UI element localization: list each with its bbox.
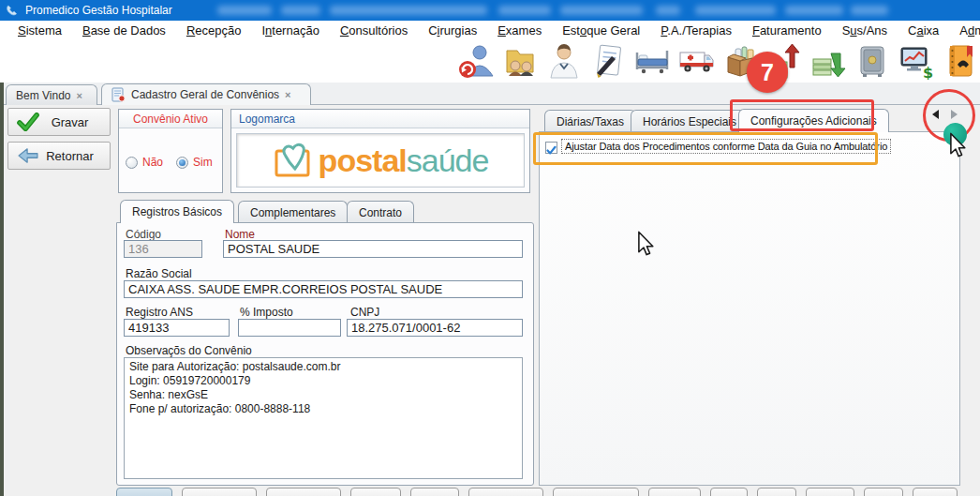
click-indicator-dot	[943, 123, 967, 146]
left-edge-strip	[0, 83, 4, 496]
menu-item-administra-o[interactable]: Administração	[949, 23, 980, 38]
redacted-text-blob	[695, 6, 776, 15]
document-tab-strip: Bem Vindo × Cadastro Geral de Convênios …	[0, 83, 980, 105]
redacted-text-blob	[217, 6, 272, 15]
tab-close-icon[interactable]: ×	[285, 89, 290, 100]
menu-item-caixa[interactable]: Caixa	[898, 23, 949, 38]
window-title: Promedico Gestão Hospitalar	[25, 4, 172, 17]
observacoes-field[interactable]: Site para Autorização: postalsaude.com.b…	[124, 357, 523, 479]
radio-nao-label: Não	[142, 156, 163, 169]
bottom-tab-stub[interactable]	[182, 488, 257, 496]
back-arrow-icon	[17, 147, 39, 164]
radio-sim-label: Sim	[193, 156, 213, 169]
razao-social-field[interactable]	[124, 280, 523, 298]
configuracoes-adicionais-panel	[539, 131, 960, 486]
tab-scroll-right-icon[interactable]	[951, 110, 958, 119]
radio-nao[interactable]: Não	[126, 156, 163, 169]
toolbar: $	[0, 39, 980, 83]
menu-item-sistema[interactable]: Sistema	[7, 23, 72, 38]
tab-complementares-label: Complementares	[250, 206, 335, 219]
bottom-tab-stub[interactable]	[648, 488, 701, 496]
return-button[interactable]: Retornar	[7, 142, 111, 170]
tab-configuracoes-adicionais[interactable]: Configurações Adicionais	[738, 109, 889, 132]
razao-social-label: Razão Social	[126, 267, 192, 280]
tab-close-icon[interactable]: ×	[76, 90, 82, 101]
menu-item-exames[interactable]: Exames	[487, 23, 552, 38]
observacoes-label: Observaçõs do Convênio	[126, 344, 252, 357]
ajustar-data-checkbox-label[interactable]: Ajustar Data dos Procedimentos conforme …	[561, 139, 891, 154]
save-button[interactable]: Gravar	[7, 108, 111, 136]
menu-item-recep-o[interactable]: Recepção	[176, 23, 252, 38]
registro-ans-field[interactable]	[124, 319, 230, 337]
menu-item-sus-ans[interactable]: Sus/Ans	[832, 23, 898, 38]
menu-item-base-de-dados[interactable]: Base de Dados	[72, 23, 176, 38]
tab-cadastro-label: Cadastro Geral de Convênios	[131, 88, 279, 101]
tab-configuracoes-adicionais-label: Configurações Adicionais	[750, 114, 877, 128]
bottom-tab-stub[interactable]	[410, 488, 459, 496]
tab-diarias-taxas[interactable]: Diárias/Taxas	[544, 110, 636, 132]
logo-word-saude: saúde	[407, 144, 489, 176]
menu-item-interna-o[interactable]: Internação	[251, 23, 329, 38]
app-phone-icon	[6, 4, 20, 18]
menu-item-faturamento[interactable]: Faturamento	[742, 23, 832, 38]
logo-image: postal saúde	[236, 133, 525, 188]
bottom-tab-stub[interactable]	[553, 488, 639, 496]
codigo-label: Código	[126, 228, 161, 241]
bottom-tab-stub[interactable]	[757, 488, 796, 496]
menu-item-cirurgias[interactable]: Cirurgias	[418, 23, 487, 38]
svg-text:$: $	[923, 64, 933, 80]
tab-registros-basicos[interactable]: Registros Básicos	[120, 200, 234, 223]
ambulance-icon[interactable]	[677, 42, 715, 80]
bottom-tab-stub[interactable]	[864, 488, 903, 496]
redacted-text-blob	[851, 6, 888, 15]
phonebook-icon[interactable]	[942, 42, 979, 80]
nome-label: Nome	[225, 228, 255, 241]
expenses-down-icon[interactable]	[809, 42, 847, 80]
menu-item-estoque-geral[interactable]: Estoque Geral	[552, 23, 650, 38]
menu-item-consult-rios[interactable]: Consultórios	[330, 23, 418, 38]
tab-diarias-taxas-label: Diárias/Taxas	[557, 115, 624, 128]
imposto-label: % Imposto	[240, 306, 293, 319]
radio-unchecked-icon[interactable]	[126, 157, 138, 169]
redacted-text-blob	[281, 6, 320, 15]
tab-complementares[interactable]: Complementares	[238, 201, 348, 223]
bottom-tab-stub[interactable]	[710, 488, 748, 496]
cnpj-field[interactable]	[347, 319, 523, 337]
radio-sim[interactable]: Sim	[176, 156, 213, 169]
convenio-ativo-title: Convênio Ativo	[119, 110, 222, 128]
redacted-text-blob	[656, 6, 680, 15]
registro-ans-label: Registro ANS	[126, 306, 193, 319]
tab-contrato[interactable]: Contrato	[347, 201, 414, 223]
nome-field[interactable]	[223, 240, 523, 258]
bottom-tab-stub[interactable]	[913, 488, 958, 496]
imposto-field[interactable]	[238, 319, 341, 337]
bottom-tab-stub[interactable]	[266, 488, 341, 496]
bottom-tab-stub[interactable]	[350, 488, 401, 496]
menu-item-p-a-terapias[interactable]: P.A./Terapias	[650, 23, 742, 38]
logomarca-title: Logomarca	[231, 110, 529, 128]
safe-icon[interactable]	[854, 42, 891, 80]
toolbar-icons: $	[457, 42, 979, 80]
ajustar-data-checkbox[interactable]	[545, 142, 557, 154]
doctor-icon[interactable]	[545, 42, 583, 80]
menu-bar: SistemaBase de DadosRecepçãoInternaçãoCo…	[0, 21, 980, 39]
hospital-bed-icon[interactable]	[633, 42, 671, 80]
tab-cadastro-convenios[interactable]: Cadastro Geral de Convênios ×	[101, 83, 311, 105]
return-button-label: Retornar	[39, 149, 110, 163]
users-folder-icon[interactable]	[501, 42, 539, 80]
tab-horarios-especiais[interactable]: Horários Especiais	[631, 110, 749, 132]
finance-monitor-icon[interactable]: $	[898, 42, 935, 80]
codigo-field[interactable]	[124, 240, 202, 258]
radio-checked-icon[interactable]	[176, 157, 188, 169]
user-sync-icon[interactable]	[457, 42, 495, 80]
document-icon	[111, 87, 126, 102]
tab-scroll-left-icon[interactable]	[932, 110, 939, 119]
redacted-text-blob	[330, 6, 487, 15]
bottom-tab-stub[interactable]	[806, 488, 854, 496]
redacted-text-blob	[498, 6, 551, 15]
redacted-text-blob	[560, 6, 643, 15]
contract-icon[interactable]	[589, 42, 627, 80]
tab-bem-vindo[interactable]: Bem Vindo ×	[6, 84, 97, 105]
bottom-tab-stub[interactable]	[468, 488, 543, 496]
bottom-tab-stub[interactable]	[116, 488, 172, 496]
